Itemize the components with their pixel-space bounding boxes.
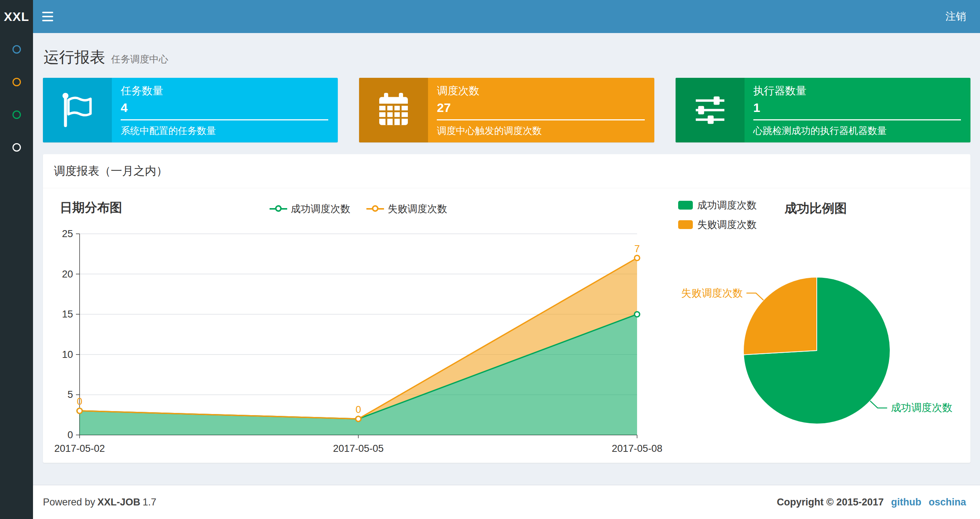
circle-icon	[13, 110, 21, 119]
pie-chart: 成功调度次数失败调度次数	[663, 197, 960, 439]
page-header: 运行报表 任务调度中心	[43, 43, 970, 78]
github-link[interactable]: github	[891, 497, 921, 508]
logout-link[interactable]: 注销	[945, 10, 966, 24]
line-chart-section: 日期分布图 成功调度次数 失败调度次数 05101520250072017-05…	[54, 197, 663, 455]
circle-icon	[13, 78, 21, 86]
divider	[437, 119, 644, 120]
top-navbar: XXL 注销	[0, 0, 980, 33]
svg-text:成功调度次数: 成功调度次数	[891, 402, 953, 413]
app-logo[interactable]: XXL	[0, 0, 33, 33]
powered-by: Powered byXXL-JOB1.7	[43, 497, 158, 508]
sidebar-item-4[interactable]	[0, 131, 33, 164]
sidebar-item-2[interactable]	[0, 66, 33, 98]
svg-text:10: 10	[62, 349, 73, 360]
svg-text:15: 15	[62, 309, 73, 320]
svg-text:5: 5	[67, 389, 73, 400]
info-box-label: 执行器数量	[753, 84, 961, 98]
legend-line-marker	[366, 204, 384, 214]
svg-text:失败调度次数: 失败调度次数	[681, 287, 743, 299]
pie-chart-title: 成功比例图	[784, 200, 847, 217]
divider	[121, 119, 328, 120]
sidebar-toggle-button[interactable]	[33, 0, 62, 33]
svg-text:2017-05-05: 2017-05-05	[333, 443, 383, 454]
info-box-description: 心跳检测成功的执行器机器数量	[753, 125, 961, 137]
legend-line-marker	[270, 204, 287, 214]
report-panel: 调度报表（一月之内） 日期分布图 成功调度次数 失败调度次数	[43, 154, 970, 463]
pie-chart-legend: 成功调度次数 失败调度次数	[678, 198, 757, 231]
oschina-link[interactable]: oschina	[929, 497, 966, 508]
calendar-icon	[359, 78, 428, 142]
page-subtitle: 任务调度中心	[111, 53, 169, 66]
info-box-label: 任务数量	[121, 84, 328, 98]
info-box-value: 1	[753, 101, 961, 115]
svg-text:2017-05-02: 2017-05-02	[54, 443, 105, 454]
info-box-label: 调度次数	[437, 84, 644, 98]
svg-text:20: 20	[62, 269, 73, 280]
legend-swatch	[678, 201, 693, 209]
circle-icon	[13, 143, 21, 152]
sidebar-item-1[interactable]	[0, 33, 33, 66]
pie-legend-success[interactable]: 成功调度次数	[678, 198, 757, 212]
info-box-executors: 执行器数量 1 心跳检测成功的执行器机器数量	[676, 78, 970, 142]
panel-title: 调度报表（一月之内）	[43, 154, 970, 188]
legend-item-success[interactable]: 成功调度次数	[270, 202, 350, 216]
svg-text:0: 0	[67, 430, 73, 441]
info-box-value: 27	[437, 101, 644, 115]
info-box-triggers: 调度次数 27 调度中心触发的调度次数	[359, 78, 654, 142]
svg-text:0: 0	[355, 404, 361, 415]
svg-text:25: 25	[62, 228, 73, 239]
svg-text:2017-05-08: 2017-05-08	[612, 443, 662, 454]
sidebar	[0, 33, 33, 519]
page-title: 运行报表	[44, 47, 105, 67]
pie-legend-fail[interactable]: 失败调度次数	[678, 218, 757, 231]
flag-icon	[43, 78, 112, 142]
circle-icon	[13, 45, 21, 54]
legend-item-fail[interactable]: 失败调度次数	[366, 202, 447, 216]
svg-text:0: 0	[76, 396, 82, 407]
footer: Powered byXXL-JOB1.7 Copyright © 2015-20…	[33, 485, 980, 519]
info-box-description: 调度中心触发的调度次数	[437, 125, 644, 137]
navbar: 注销	[33, 0, 980, 33]
area-chart: 05101520250072017-05-022017-05-052017-05…	[54, 220, 648, 455]
line-chart-legend: 成功调度次数 失败调度次数	[54, 202, 663, 216]
info-box-value: 4	[121, 101, 328, 115]
content-area: 运行报表 任务调度中心 任务数量 4 系统中配置的任务数量	[33, 33, 980, 485]
divider	[753, 119, 961, 120]
pie-chart-section: 成功调度次数失败调度次数 成功调度次数 失败调度次数 成功比例图	[663, 197, 959, 455]
info-box-description: 系统中配置的任务数量	[121, 125, 328, 137]
hamburger-icon	[42, 12, 53, 13]
legend-swatch	[678, 220, 693, 229]
stat-boxes: 任务数量 4 系统中配置的任务数量	[43, 78, 970, 142]
copyright: Copyright © 2015-2017	[777, 497, 884, 508]
sidebar-item-3[interactable]	[0, 98, 33, 131]
svg-text:7: 7	[634, 243, 640, 254]
info-box-jobs: 任务数量 4 系统中配置的任务数量	[43, 78, 338, 142]
sliders-icon	[676, 78, 745, 142]
